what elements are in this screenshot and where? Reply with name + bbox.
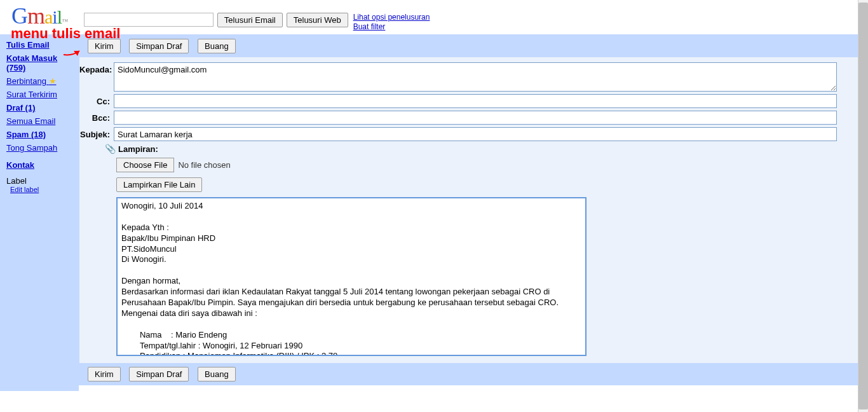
- choose-file-button[interactable]: Choose File: [116, 158, 174, 172]
- bcc-label: Bcc:: [79, 111, 114, 123]
- bcc-input[interactable]: [114, 111, 837, 125]
- cc-input[interactable]: [114, 94, 837, 108]
- send-button-bottom[interactable]: Kirim: [88, 367, 121, 381]
- edit-label-link[interactable]: Edit label: [10, 186, 74, 193]
- all-mail-link[interactable]: Semua Email: [6, 116, 74, 126]
- search-input[interactable]: [84, 13, 214, 27]
- trash-link[interactable]: Tong Sampah: [6, 143, 74, 153]
- email-body-input[interactable]: [116, 197, 587, 356]
- to-input[interactable]: [114, 62, 837, 92]
- file-chosen-text: No file chosen: [178, 160, 230, 170]
- create-filter-link[interactable]: Buat filter: [353, 22, 430, 32]
- attachment-label: Lampiran:: [118, 144, 158, 154]
- cc-label: Cc:: [79, 94, 114, 106]
- search-options-link[interactable]: Lihat opsi penelusuran: [353, 13, 430, 22]
- annotation-arrow-icon: [64, 42, 89, 61]
- subject-label: Subjek:: [79, 127, 114, 139]
- spam-link[interactable]: Spam (18): [6, 130, 74, 139]
- sent-link[interactable]: Surat Terkirim: [6, 90, 74, 99]
- label-header: Label: [6, 176, 74, 186]
- bottom-toolbar: Kirim Simpan Draf Buang: [79, 363, 868, 385]
- discard-button[interactable]: Buang: [198, 39, 236, 53]
- save-draft-button[interactable]: Simpan Draf: [129, 39, 189, 53]
- search-web-button[interactable]: Telusuri Web: [287, 13, 348, 27]
- attachment-icon: 📎: [105, 144, 116, 154]
- search-mail-button[interactable]: Telusuri Email: [217, 13, 283, 27]
- save-draft-button-bottom[interactable]: Simpan Draf: [129, 367, 189, 381]
- vertical-scrollbar[interactable]: [858, 0, 868, 391]
- sidebar: Tulis Email Kotak Masuk (759) Berbintang…: [0, 35, 79, 391]
- draft-link[interactable]: Draf (1): [6, 103, 74, 113]
- contacts-link[interactable]: Kontak: [6, 160, 74, 170]
- discard-button-bottom[interactable]: Buang: [198, 367, 236, 381]
- starred-link[interactable]: Berbintang ★: [6, 76, 74, 86]
- annotation-text: menu tulis email: [11, 25, 120, 42]
- top-toolbar: Kirim Simpan Draf Buang: [79, 35, 868, 57]
- to-label: Kepada:: [79, 62, 114, 74]
- attach-more-button[interactable]: Lampirkan File Lain: [116, 177, 202, 192]
- subject-input[interactable]: [114, 127, 837, 141]
- star-icon: ★: [49, 76, 57, 86]
- compose-form: Kepada: Cc: Bcc: Subjek: 📎 Lampiran: Cho…: [79, 57, 868, 363]
